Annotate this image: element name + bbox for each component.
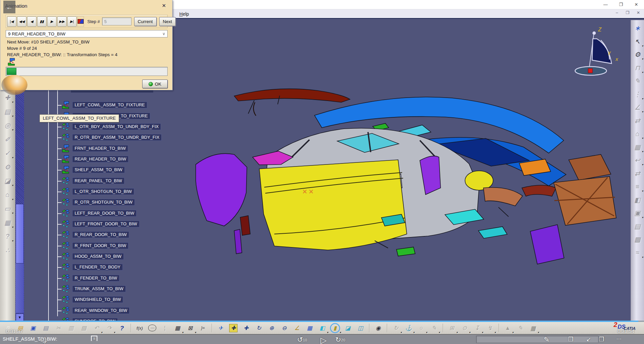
- move-selector-dropdown[interactable]: 9 REAR_HEADER_TO_BIW ∨: [6, 30, 168, 37]
- go-to-end-button[interactable]: ▶|: [67, 16, 77, 27]
- print-icon[interactable]: ▤: [41, 324, 50, 332]
- menu-help[interactable]: Help: [177, 11, 191, 17]
- translate-move-icon[interactable]: [62, 155, 70, 163]
- video-seek-bar[interactable]: [0, 321, 644, 322]
- anchor-icon[interactable]: ⚓ ▾: [404, 324, 413, 332]
- walk-icon[interactable]: ↻ ▾: [392, 324, 400, 332]
- tree-item-label[interactable]: R_FRNT_DOOR_TO_BIW: [72, 242, 128, 249]
- fit-all-icon[interactable]: ✚: [229, 324, 238, 332]
- shuttle-move-icon[interactable]: [62, 263, 70, 271]
- list-icon[interactable]: ⋮ ▾: [633, 90, 642, 99]
- tree-item-label[interactable]: REAR_HEADER_TO_BIW: [72, 156, 128, 162]
- chat-bubble-icon[interactable]: ⋯: [148, 325, 156, 331]
- lamp-icon[interactable]: ○ ▾: [417, 324, 426, 332]
- film-box-icon[interactable]: ▣ ▾: [633, 208, 642, 218]
- swap-arrows-icon[interactable]: ⇄: [633, 116, 642, 125]
- cut-icon[interactable]: ✂: [54, 324, 63, 332]
- tree-item-label[interactable]: R_OTR_BDY_ASSM_TO_UNDR_BDY_FIX: [72, 134, 162, 141]
- window-restore-button[interactable]: ❐: [613, 0, 629, 9]
- shuttle-move-icon[interactable]: [62, 177, 70, 185]
- car-assembly[interactable]: [196, 89, 616, 264]
- rewind-10-icon[interactable]: ↺10: [297, 336, 307, 344]
- dialog-titlebar[interactable]: Animation ✕: [0, 0, 172, 11]
- tree-item-label[interactable]: REAR_PANEL_TO_BIW: [72, 178, 124, 184]
- tree-item-label[interactable]: R_REAR_DOOR_TO_BIW: [72, 231, 129, 238]
- hide-show-icon[interactable]: ◪: [344, 324, 352, 332]
- machine-icon[interactable]: ▦ ▾: [633, 142, 642, 152]
- window-minimize-button[interactable]: —: [598, 0, 613, 9]
- shuttle-move-icon[interactable]: [62, 187, 70, 196]
- paint-icon[interactable]: ✎: [633, 76, 642, 86]
- current-button[interactable]: Current: [134, 17, 157, 26]
- fast-forward-button[interactable]: ▶▶: [57, 16, 67, 27]
- tree-item-label[interactable]: LEFT_COWL_ASSM_TO_FIXTURE: [72, 102, 147, 108]
- shuttle-move-icon[interactable]: [62, 198, 70, 207]
- edit-parameters-icon[interactable]: ⚙ ▾: [633, 50, 642, 59]
- scrollbar-track[interactable]: [16, 263, 24, 313]
- step-number-input[interactable]: [102, 17, 131, 25]
- play-button[interactable]: ▶: [47, 16, 57, 27]
- play-icon[interactable]: ▷: [320, 336, 327, 344]
- copy-icon[interactable]: ▥: [67, 324, 75, 332]
- window-close-button[interactable]: ✕: [629, 0, 644, 9]
- shuttle-move-icon[interactable]: [62, 122, 70, 131]
- shuttle-move-icon[interactable]: [62, 133, 70, 142]
- undo-icon[interactable]: ↶ ▾: [92, 324, 101, 332]
- attach-icon[interactable]: ⊙ ▾: [460, 324, 469, 332]
- clapperboard-icon[interactable]: ◧: [633, 195, 642, 205]
- shrink-icon[interactable]: ↙: [586, 336, 591, 343]
- tree-item-label[interactable]: L_OTR_SHOTGUN_TO_BIW: [72, 188, 134, 195]
- picture-in-picture-icon[interactable]: ❐: [568, 336, 573, 343]
- hook-icon[interactable]: ↩ ▾: [633, 155, 642, 165]
- translate-move-icon[interactable]: [62, 101, 70, 109]
- step-back-button[interactable]: ◀: [27, 16, 36, 27]
- tree-item-label[interactable]: FRNT_HEADER_TO_BIW: [72, 145, 128, 152]
- view-compass[interactable]: Z y x: [575, 27, 618, 75]
- iso-view-icon[interactable]: ◧ ▾: [318, 324, 327, 332]
- video-record-button[interactable]: [77, 16, 84, 27]
- calculator-grid-icon[interactable]: ▦ ▾: [173, 324, 182, 332]
- go-to-start-button[interactable]: |◀: [7, 16, 16, 27]
- translate-move-icon[interactable]: [62, 144, 70, 153]
- lock-icon[interactable]: ⊠ ▾: [186, 324, 194, 332]
- render-style-icon[interactable]: ▮ ▾: [331, 324, 339, 332]
- scrollbar-thumb[interactable]: [16, 204, 24, 263]
- tree-item-label[interactable]: REAR_WINDOW_TO_BIW: [72, 307, 129, 314]
- chart-icon[interactable]: ▆ ▾: [529, 324, 537, 332]
- fast-rewind-button[interactable]: ◀◀: [17, 16, 26, 27]
- mdi-close-button[interactable]: ✕: [635, 10, 642, 17]
- sketch-icon[interactable]: ✎ ▾: [430, 324, 438, 332]
- redo-icon[interactable]: ↷ ▾: [105, 324, 113, 332]
- shuttle-move-icon[interactable]: [62, 209, 70, 218]
- download-icon[interactable]: ↧ ▾: [473, 324, 481, 332]
- help-pointer-icon[interactable]: ?: [118, 324, 126, 332]
- tree-item-label[interactable]: L_OTR_BDY_ASSM_TO_UNDR_BDY_FIX: [72, 123, 161, 130]
- measure-icon[interactable]: ∠ ▾: [633, 103, 642, 112]
- normal-view-icon[interactable]: ∠: [293, 324, 301, 332]
- zoom-in-icon[interactable]: ⊕: [267, 324, 276, 332]
- dialog-close-icon[interactable]: ✕: [160, 3, 168, 9]
- pan-icon[interactable]: ✚: [242, 324, 250, 332]
- drop-cube-icon[interactable]: ◪ ▾: [3, 176, 12, 186]
- film-strips-icon[interactable]: ▤: [633, 222, 642, 231]
- gears-icon[interactable]: ⚙: [3, 162, 12, 172]
- pause-button[interactable]: ▮▮: [37, 16, 47, 27]
- more-options-icon[interactable]: ⋯: [616, 336, 622, 342]
- clamp-icon[interactable]: ⊓ ▾: [633, 63, 642, 73]
- grid-new-icon[interactable]: ⊞ ▾: [448, 324, 456, 332]
- volume-icon[interactable]: ◁): [39, 336, 47, 344]
- translate-move-icon[interactable]: [62, 165, 70, 174]
- select-cursor-icon[interactable]: ↖ ▾: [633, 37, 642, 46]
- tree-item-label[interactable]: TRUNK_ASSM_TO_BIW: [72, 285, 126, 292]
- zoom-out-icon[interactable]: ⊖: [280, 324, 288, 332]
- tree-item-label[interactable]: HOOD_ASSM_TO_BIW: [72, 253, 124, 260]
- formula-icon[interactable]: f(x): [135, 324, 144, 332]
- product-structure-icon[interactable]: ∗: [633, 23, 642, 33]
- swap-space-icon[interactable]: ◫: [356, 324, 365, 332]
- annotate-icon[interactable]: ✎: [516, 324, 525, 332]
- catalog-icon[interactable]: }=: [199, 324, 207, 332]
- house-grid-icon[interactable]: ⌂ ▾: [633, 129, 642, 138]
- tree-item-label[interactable]: L_FENDER_TO_BODY: [72, 264, 123, 270]
- shuttle-move-icon[interactable]: [62, 295, 70, 304]
- cam-view-icon[interactable]: ⌂ ▾: [3, 190, 12, 200]
